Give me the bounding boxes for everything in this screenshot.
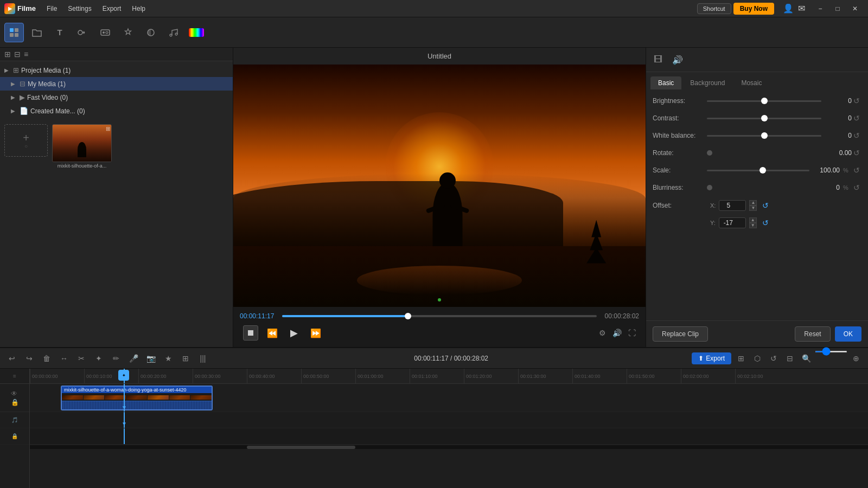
add-media-button[interactable]: + ○ xyxy=(4,124,48,157)
user-icon[interactable]: 👤 xyxy=(783,3,794,14)
scale-unit: % xyxy=(843,167,852,174)
rotate-dot[interactable] xyxy=(707,150,712,156)
timeline-camera[interactable]: 📷 xyxy=(143,351,158,366)
timeline-record[interactable]: 🎤 xyxy=(126,351,141,366)
tool-text[interactable]: T xyxy=(50,23,69,42)
settings-icon[interactable]: ⚙ xyxy=(599,329,606,337)
menu-export[interactable]: Export xyxy=(98,3,126,15)
offset-x-input[interactable] xyxy=(719,200,746,211)
scrollbar-thumb[interactable] xyxy=(247,446,355,449)
fullscreen-icon[interactable]: ⛶ xyxy=(628,329,636,337)
mail-icon[interactable]: ✉ xyxy=(798,3,805,14)
layers-icon[interactable]: ⊞ xyxy=(4,50,11,59)
playback-controls: ⏹ ⏪ ▶ ⏩ ⚙ 🔊 ⛶ xyxy=(240,322,639,344)
track-lock-icon[interactable]: 🔒 xyxy=(11,399,19,406)
sort-icon[interactable]: ≡ xyxy=(24,50,28,59)
blurriness-reset[interactable]: ↺ xyxy=(852,183,861,192)
film-frame-2 xyxy=(84,395,105,400)
timeline-fx[interactable]: ★ xyxy=(161,351,176,366)
contrast-reset[interactable]: ↺ xyxy=(852,113,861,123)
ruler-tick-6: 00:01:00:00 xyxy=(355,369,410,384)
menu-settings[interactable]: Settings xyxy=(63,3,95,15)
tl-tool-4[interactable]: ⊟ xyxy=(782,351,797,366)
timeline-split[interactable]: ⊞ xyxy=(178,351,193,366)
timeline-delete[interactable]: 🗑 xyxy=(39,351,54,366)
menu-help[interactable]: Help xyxy=(127,3,150,15)
offset-y-down[interactable]: ▼ xyxy=(749,223,757,228)
tab-mosaic[interactable]: Mosaic xyxy=(733,76,769,89)
export-button[interactable]: ⬆ Export xyxy=(692,352,731,364)
tool-filter[interactable] xyxy=(95,23,115,42)
scale-reset[interactable]: ↺ xyxy=(852,165,861,175)
track-eye-icon[interactable]: 👁 xyxy=(11,390,19,397)
audio-icon-right[interactable]: 🔊 xyxy=(670,52,685,67)
offset-y-input[interactable] xyxy=(719,217,746,228)
timeline-scrollbar[interactable] xyxy=(30,445,868,449)
tl-zoom-slider[interactable] xyxy=(815,351,847,352)
offset-x-down[interactable]: ▼ xyxy=(749,206,757,211)
tl-tool-1[interactable]: ⊞ xyxy=(733,351,749,366)
tl-tool-2[interactable]: ⬡ xyxy=(750,351,765,366)
white-balance-slider[interactable] xyxy=(707,135,821,137)
rotate-reset[interactable]: ↺ xyxy=(852,148,861,158)
timeline-undo[interactable]: ↩ xyxy=(4,351,20,366)
brightness-reset[interactable]: ↺ xyxy=(852,96,861,106)
stop-button[interactable]: ⏹ xyxy=(243,325,258,341)
sfx-lock-icon[interactable]: 🔒 xyxy=(11,433,18,439)
replace-clip-button[interactable]: Replace Clip xyxy=(653,326,708,342)
brightness-slider[interactable] xyxy=(707,100,821,102)
media-item-video1[interactable]: ⊞ mixkit-silhouette-of-a... xyxy=(52,124,112,170)
menu-file[interactable]: File xyxy=(42,3,61,15)
tree-fast-video[interactable]: ▶ ▶ Fast Video (0) xyxy=(0,91,233,104)
maximize-button[interactable]: □ xyxy=(829,3,846,15)
offset-x-up[interactable]: ▲ xyxy=(749,200,757,206)
shortcut-button[interactable]: Shortcut xyxy=(697,3,731,14)
tree-project-media[interactable]: ▶ ⊞ Project Media (1) xyxy=(0,63,233,77)
tool-folder[interactable] xyxy=(27,23,47,42)
tool-music[interactable] xyxy=(164,23,183,42)
tool-import-media[interactable] xyxy=(4,23,24,42)
progress-track[interactable] xyxy=(282,315,597,317)
scale-slider[interactable] xyxy=(707,170,809,171)
contrast-slider[interactable] xyxy=(707,118,821,119)
tool-color[interactable] xyxy=(141,23,161,42)
tree-my-media[interactable]: ▶ ⊟ My Media (1) xyxy=(0,77,233,91)
tool-color-gradient[interactable] xyxy=(187,23,206,42)
tab-basic[interactable]: Basic xyxy=(650,76,681,89)
play-button[interactable]: ▶ xyxy=(286,325,302,341)
tab-background[interactable]: Background xyxy=(682,76,732,89)
timeline-ruler-area[interactable]: ✦ 00:00:00:00 00:00:10:00 00:00:20:00 00… xyxy=(30,369,868,488)
offset-y-reset[interactable]: ↺ xyxy=(762,219,769,227)
timeline-redo[interactable]: ↪ xyxy=(22,351,37,366)
media-thumbnail-video1[interactable]: ⊞ xyxy=(52,124,112,162)
volume-icon[interactable]: 🔊 xyxy=(612,329,622,337)
close-button[interactable]: ✕ xyxy=(846,3,864,15)
tl-zoom-in[interactable]: ⊕ xyxy=(848,351,864,366)
tool-transitions[interactable] xyxy=(73,23,92,42)
tool-effects[interactable] xyxy=(118,23,138,42)
tl-zoom-out[interactable]: 🔍 xyxy=(799,351,814,366)
offset-x-reset[interactable]: ↺ xyxy=(762,201,769,210)
blurriness-dot[interactable] xyxy=(707,185,712,190)
tree-created-mate[interactable]: ▶ 📄 Created Mate... (0) xyxy=(0,104,233,118)
main-area: ⊞ ⊟ ≡ ▶ ⊞ Project Media (1) ▶ ⊟ My Media… xyxy=(0,48,868,347)
reset-button[interactable]: Reset xyxy=(795,326,830,342)
timeline-magic[interactable]: ✦ xyxy=(91,351,106,366)
minimize-button[interactable]: − xyxy=(812,3,829,15)
offset-y-up[interactable]: ▲ xyxy=(749,217,757,223)
fast-forward-button[interactable]: ⏩ xyxy=(308,325,323,341)
timeline-pen[interactable]: ✏ xyxy=(108,351,124,366)
tl-tool-3[interactable]: ↺ xyxy=(766,351,781,366)
buy-now-button[interactable]: Buy Now xyxy=(733,3,774,15)
layout-icon[interactable]: ⊟ xyxy=(14,50,21,59)
video-clip-block[interactable]: mixkit-silhouette-of-a-woman-doing-yoga-… xyxy=(61,386,213,410)
ok-button[interactable]: OK xyxy=(835,326,861,342)
rewind-button[interactable]: ⏪ xyxy=(265,325,280,341)
video-icon[interactable]: 🎞 xyxy=(650,52,666,67)
white-balance-reset[interactable]: ↺ xyxy=(852,131,861,140)
timeline-cut[interactable]: ✂ xyxy=(74,351,89,366)
collapse-tracks[interactable]: ≡ xyxy=(0,369,29,383)
timeline-move[interactable]: ↔ xyxy=(56,351,72,366)
offset-y-group: Y: ▲ ▼ ↺ xyxy=(653,217,769,228)
timeline-bars[interactable]: ||| xyxy=(195,351,210,366)
